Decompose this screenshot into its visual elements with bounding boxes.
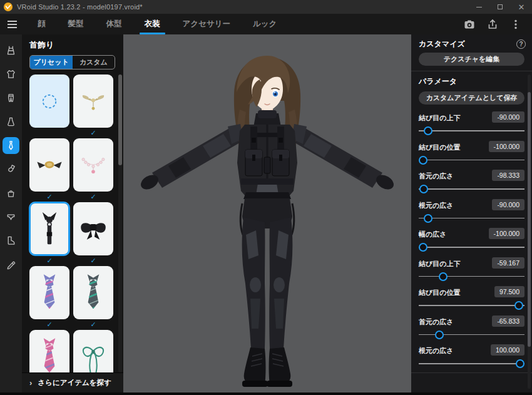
edit-texture-button[interactable]: テクスチャを編集 <box>419 53 524 66</box>
rail-item-skirt[interactable] <box>0 110 22 133</box>
preset-item-pink-striped-tie[interactable]: ✓ <box>29 330 69 372</box>
parameter-label: 根元の広さ <box>419 201 454 210</box>
parameter-slider[interactable] <box>419 330 524 340</box>
slider-handle[interactable] <box>439 272 448 281</box>
slider-handle[interactable] <box>424 126 432 135</box>
tab-preset[interactable]: プリセット <box>30 56 73 69</box>
tab-accessories[interactable]: アクセサリー <box>171 14 242 34</box>
parameter-value: -65.833 <box>492 315 524 327</box>
window-title: VRoid Studio 1.23.2 - model0197.vroid* <box>17 3 143 11</box>
close-button[interactable]: ✕ <box>511 0 532 14</box>
slider-group-base-width-2: 根元の広さ 100.000 <box>419 346 524 376</box>
preset-item-black-harness-tie[interactable]: ✓ <box>29 202 69 266</box>
necktie-icon <box>5 140 17 151</box>
preset-item-gold-brooch[interactable]: ✓ <box>29 138 69 202</box>
divider <box>411 71 532 71</box>
slider-group-knot-vertical-1: 結び目の上下 -90.000 <box>419 113 524 143</box>
parameter-slider[interactable] <box>419 359 524 369</box>
preset-item-green-string-bow[interactable]: ✓ <box>73 330 113 372</box>
preset-item-black-bow[interactable]: ✓ <box>73 202 113 266</box>
rail-item-pen[interactable] <box>0 252 22 276</box>
rail-item-neckwear[interactable] <box>0 133 22 157</box>
black-bow-thumbnail <box>76 205 111 253</box>
help-icon[interactable]: ? <box>516 39 526 49</box>
parameter-slider[interactable] <box>419 300 524 310</box>
parameter-value: -100.000 <box>489 228 524 239</box>
underwear-icon <box>5 211 17 223</box>
tab-hair[interactable]: 髪型 <box>57 14 95 34</box>
gold-necklace-thumbnail <box>76 78 111 125</box>
none-thumbnail <box>32 78 67 125</box>
parameter-value: 97.500 <box>494 286 524 297</box>
tab-body[interactable]: 体型 <box>95 14 133 34</box>
camera-button[interactable] <box>458 14 481 34</box>
tab-clothing[interactable]: 衣装 <box>133 14 171 34</box>
rail-item-shoes[interactable] <box>0 228 22 252</box>
pen-icon <box>5 259 17 270</box>
slider-handle[interactable] <box>424 214 432 223</box>
slider-handle[interactable] <box>419 185 428 193</box>
more-menu-button[interactable] <box>504 14 527 34</box>
parameter-slider[interactable] <box>419 155 524 165</box>
parameter-value: 100.000 <box>491 344 524 356</box>
find-more-items-button[interactable]: › さらにアイテムを探す <box>22 372 123 392</box>
window-bottom-edge <box>0 392 532 395</box>
bag-icon <box>5 187 17 199</box>
black-harness-tie-thumbnail <box>32 205 67 253</box>
customize-panel: カスタマイズ ? テクスチャを編集 パラメータ カスタムアイテムとして保存 結び… <box>411 34 532 392</box>
save-custom-item-button[interactable]: カスタムアイテムとして保存 <box>419 91 524 105</box>
preset-item-gold-necklace[interactable]: ✓ <box>73 74 113 138</box>
tab-custom[interactable]: カスタム <box>73 56 115 69</box>
customize-title: カスタマイズ <box>419 39 465 49</box>
slider-handle[interactable] <box>435 331 444 339</box>
preset-grid: ✓ ✓ <box>22 74 123 372</box>
slider-handle[interactable] <box>516 359 524 368</box>
tab-face[interactable]: 顔 <box>26 14 57 34</box>
rail-item-underwear[interactable] <box>0 205 22 228</box>
rail-item-tops[interactable] <box>0 62 22 86</box>
divider <box>411 372 532 373</box>
gold-brooch-thumbnail <box>32 141 67 189</box>
item-list-panel: 首飾り プリセット カスタム <box>22 34 123 392</box>
minimize-button[interactable] <box>468 0 489 14</box>
rail-item-legwear[interactable] <box>0 157 22 181</box>
parameter-label: 首元の広さ <box>419 317 454 327</box>
share-export-icon <box>486 18 499 31</box>
slider-handle[interactable] <box>419 243 427 252</box>
scrollbar-thumb[interactable] <box>118 74 122 165</box>
parameter-slider[interactable] <box>419 272 524 282</box>
parameter-value: -100.000 <box>489 141 524 152</box>
parameter-label: 首元の広さ <box>419 172 454 181</box>
tab-look[interactable]: ルック <box>242 14 288 34</box>
export-button[interactable] <box>481 14 504 34</box>
preset-custom-switch: プリセット カスタム <box>29 55 115 69</box>
panel-scrollbar[interactable] <box>528 74 531 389</box>
maximize-button[interactable] <box>489 0 511 14</box>
kebab-menu-icon <box>509 18 522 31</box>
titlebar: VRoid Studio 1.23.2 - model0197.vroid* ✕ <box>0 0 532 14</box>
boot-icon <box>5 235 17 247</box>
teal-striped-tie-thumbnail <box>76 269 111 317</box>
parameter-label: 結び目の位置 <box>419 143 461 152</box>
rail-item-bottoms[interactable] <box>0 86 22 110</box>
preset-item-teal-striped-tie[interactable]: ✓ <box>73 266 113 330</box>
preset-item-none[interactable] <box>29 74 69 138</box>
preset-item-purple-striped-tie[interactable]: ✓ <box>29 266 69 330</box>
parameter-slider[interactable] <box>419 126 524 136</box>
rail-item-bag[interactable] <box>0 181 22 205</box>
parameter-slider[interactable] <box>419 184 524 194</box>
rail-item-onepiece[interactable] <box>0 38 22 62</box>
parameter-slider[interactable] <box>419 213 524 223</box>
slider-handle[interactable] <box>419 156 427 165</box>
menu-hamburger-icon[interactable] <box>0 14 24 34</box>
item-list-scrollbar[interactable] <box>118 74 122 372</box>
3d-viewport[interactable] <box>123 34 411 392</box>
checked-indicator: ✓ <box>90 321 96 329</box>
checked-indicator: ✓ <box>90 193 96 201</box>
scrollbar-thumb[interactable] <box>528 92 531 347</box>
slider-handle[interactable] <box>514 301 523 310</box>
parameter-sliders: 結び目の上下 -90.000 結び目の位置 -100.000 首元の広さ -98… <box>419 113 524 376</box>
parameter-slider[interactable] <box>419 242 524 252</box>
main-navbar: 顔 髪型 体型 衣装 アクセサリー ルック <box>0 14 532 34</box>
preset-item-pearl-necklace[interactable]: ✓ <box>73 138 113 202</box>
